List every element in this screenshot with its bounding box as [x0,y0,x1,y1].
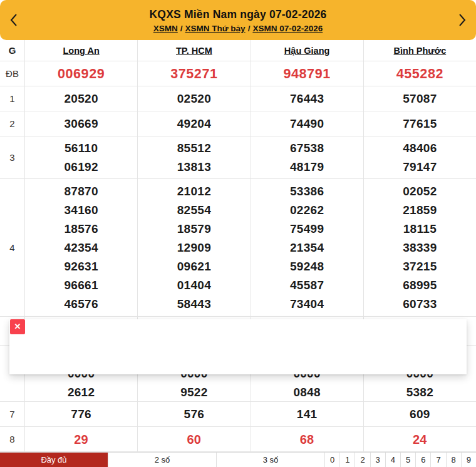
province-link-hau-giang[interactable]: Hậu Giang [284,46,330,56]
tab-2-digits[interactable]: 2 số [108,453,216,467]
prize-cell: 455282 [364,61,476,86]
digit-filter-0[interactable]: 0 [324,453,339,467]
prize-cell: 60 [138,427,251,451]
prize-cell: 57087 [364,86,476,111]
prize-number: 60 [187,430,201,449]
prize-number: 34160 [64,201,98,220]
prize-row-7: 7776576141609 [0,402,476,427]
digit-filter-7[interactable]: 7 [430,453,445,467]
prize-number: 20520 [64,90,98,108]
close-overlay-button[interactable]: ✕ [10,319,25,334]
prize-number: 68 [300,430,314,449]
prize-number: 21859 [403,201,437,220]
prize-number: 74490 [290,115,324,133]
prize-cell: 87870341601857642354926319666146576 [25,179,138,316]
table-header-row: G Long An TP. HCM Hậu Giang Bình Phước [0,40,476,61]
prize-number: 2612 [68,383,95,402]
digit-filter-8[interactable]: 8 [446,453,461,467]
prize-number: 609 [410,405,430,424]
prize-row-4: 4878703416018576423549263196661465762101… [0,179,476,317]
prize-row-3: 3561100619285512138136753848179484067914… [0,136,476,179]
prize-number: 53386 [290,182,324,201]
prize-label-3: 3 [0,136,25,178]
prize-number: 09621 [177,257,211,276]
prize-cell: 02520 [138,86,251,111]
prize-label-7: 7 [0,402,25,426]
prize-number: 87870 [64,182,98,201]
prize-cell: 375271 [138,61,251,86]
province-link-long-an[interactable]: Long An [63,46,100,56]
prize-number: 59248 [290,257,324,276]
prize-number: 141 [297,405,318,424]
prize-cell: 948791 [251,61,364,86]
next-day-button[interactable] [448,0,476,40]
prize-number: 21012 [177,182,211,201]
prize-cell: 576 [138,402,251,426]
prize-number: 37215 [403,257,437,276]
prize-number: 18576 [64,220,98,239]
page-title: KQXS Miền Nam ngày 07-02-2026 [150,8,327,21]
digit-filter-2[interactable]: 2 [354,453,370,467]
province-header-cell: Long An [25,40,138,61]
prize-number: 45587 [290,276,324,295]
breadcrumb-link-date[interactable]: XSMN 07-02-2026 [252,24,323,33]
breadcrumb-link-weekday[interactable]: XSMN Thứ bảy [185,24,246,33]
breadcrumb-link-xsmn[interactable]: XSMN [153,24,178,33]
breadcrumb: XSMN/XSMN Thứ bảy/XSMN 07-02-2026 [153,24,323,33]
prize-number: 29 [74,430,88,449]
prize-number: 85512 [177,139,211,158]
prize-row-1: 120520025207644357087 [0,86,476,111]
tab-full-results[interactable]: Đầy đủ [0,453,108,467]
prize-number: 02520 [177,90,211,108]
prize-number: 455282 [396,64,443,83]
prize-number: 13813 [177,158,211,177]
prize-cell: 24 [364,427,476,451]
prize-number: 21354 [290,239,324,257]
digit-strip: 0123456789 [324,453,476,467]
digit-filter-3[interactable]: 3 [370,453,385,467]
province-link-binh-phuoc[interactable]: Bình Phước [394,46,447,56]
prize-cell: 29 [25,427,138,451]
prize-number: 48179 [290,158,324,177]
prize-cell: 30669 [25,111,138,136]
breadcrumb-separator: / [246,24,253,33]
prize-number: 948791 [283,64,330,83]
province-link-tp-hcm[interactable]: TP. HCM [176,46,212,56]
prize-cell: 4840679147 [364,136,476,178]
prize-number: 48406 [403,139,437,158]
prize-number: 12909 [177,239,211,257]
prize-label-8: 8 [0,427,25,451]
prize-label-1: 1 [0,86,25,111]
chevron-right-icon [458,13,467,27]
prize-number: 18115 [403,220,437,239]
prize-number: 73404 [290,295,324,314]
prize-cell: 141 [251,402,364,426]
digit-filter-4[interactable]: 4 [385,453,400,467]
prize-number: 76443 [290,90,324,108]
prize-number: 82554 [177,201,211,220]
header-center: KQXS Miền Nam ngày 07-02-2026 XSMN/XSMN … [28,7,448,33]
prize-label-db: ĐB [0,61,25,86]
prize-cell: 21012825541857912909096210140458443 [138,179,251,316]
province-header-cell: Hậu Giang [251,40,364,61]
prize-row-8: 829606824 [0,427,476,452]
prize-cell: 53386022627549921354592484558773404 [251,179,364,316]
digit-filter-5[interactable]: 5 [400,453,415,467]
prize-number: 02262 [290,201,324,220]
prize-number: 96661 [64,276,98,295]
prize-number: 79147 [403,158,437,177]
digit-filter-6[interactable]: 6 [415,453,430,467]
prize-number: 67538 [290,139,324,158]
digit-filter-1[interactable]: 1 [339,453,354,467]
tab-3-digits[interactable]: 3 số [216,453,324,467]
prize-number: 60733 [403,295,437,314]
prize-number: 776 [71,405,91,424]
prize-row-db: ĐB006929375271948791455282 [0,61,476,86]
prize-cell: 006929 [25,61,138,86]
prize-number: 42354 [64,239,98,257]
prize-row-2: 230669492047449077615 [0,111,476,136]
digit-filter-9[interactable]: 9 [461,453,476,467]
prize-number: 006929 [58,64,105,83]
prev-day-button[interactable] [0,0,28,40]
prize-cell: 49204 [138,111,251,136]
